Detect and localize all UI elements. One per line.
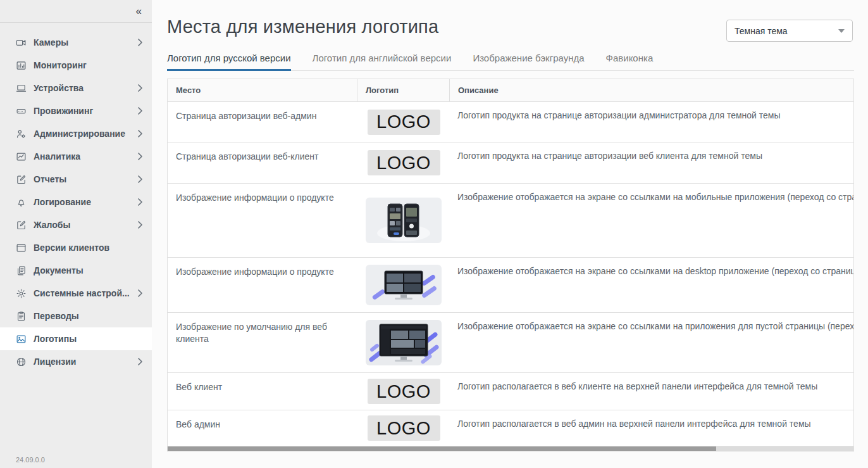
place-cell: Изображение информации о продукте xyxy=(168,184,357,257)
clipboard-icon xyxy=(16,311,27,322)
place-cell: Веб клиент xyxy=(168,373,357,410)
logo-preview[interactable]: LOGO xyxy=(368,110,440,135)
app-version: 24.09.0.0 xyxy=(16,456,45,464)
table-row[interactable]: Страница авторизации веб-админ LOGO Лого… xyxy=(168,102,853,142)
description-cell: Логотип продукта на странице авторизации… xyxy=(450,102,853,142)
sidebar-item-devices[interactable]: Устройства xyxy=(0,77,152,99)
horizontal-scrollbar[interactable] xyxy=(168,446,853,451)
gear-icon xyxy=(16,288,27,299)
chevron-right-icon xyxy=(137,152,143,161)
camera-icon xyxy=(16,37,27,48)
tab-russian-logo[interactable]: Логотип для русской версии xyxy=(167,53,291,71)
sidebar-item-complaints[interactable]: Жалобы xyxy=(0,213,152,236)
description-cell: Логотип продукта на странице авторизации… xyxy=(450,142,853,183)
globe-icon xyxy=(16,357,27,367)
sidebar-item-label: Администрирование xyxy=(34,129,137,139)
sidebar-item-label: Документы xyxy=(34,265,143,275)
main-content: Места для изменения логотипа Темная тема… xyxy=(152,0,868,468)
app-window: « Камеры Мониторинг Устройства Провижини… xyxy=(0,0,868,468)
sidebar-item-system-settings[interactable]: Системные настрой... xyxy=(0,282,152,305)
documents-icon xyxy=(16,265,27,276)
sidebar-item-label: Жалобы xyxy=(34,220,137,230)
sidebar-item-label: Логотипы xyxy=(34,334,143,344)
tab-background-image[interactable]: Изображение бэкграунда xyxy=(473,53,584,71)
reports-icon xyxy=(16,174,27,185)
description-cell: Логотип располагается в веб админ на вер… xyxy=(450,410,853,446)
sidebar-item-label: Лицензии xyxy=(34,357,137,367)
mobile-apps-preview-image[interactable] xyxy=(366,198,442,243)
sidebar-item-label: Аналитика xyxy=(34,151,137,161)
sidebar-item-label: Провижининг xyxy=(34,106,137,116)
page-title: Места для изменения логотипа xyxy=(167,16,438,37)
client-versions-icon xyxy=(16,243,27,253)
sidebar-item-label: Логирование xyxy=(34,197,137,207)
table-row[interactable]: Веб клиент LOGO Логотип располагается в … xyxy=(168,373,853,410)
provisioning-icon xyxy=(16,106,27,117)
analytics-icon xyxy=(16,151,27,162)
table-row[interactable]: Изображение информации о продукте xyxy=(168,258,853,313)
description-cell: Изображение отображается на экране со сс… xyxy=(450,313,853,372)
sidebar-item-licenses[interactable]: Лицензии xyxy=(0,350,152,373)
tabs-bar: Логотип для русской версии Логотип для а… xyxy=(167,53,854,71)
sidebar-item-label: Мониторинг xyxy=(34,60,143,70)
web-client-preview-image[interactable] xyxy=(366,320,442,365)
sidebar-item-analytics[interactable]: Аналитика xyxy=(0,145,152,168)
administration-icon xyxy=(16,129,27,139)
chevron-right-icon xyxy=(137,106,143,115)
sidebar-item-translations[interactable]: Переводы xyxy=(0,305,152,327)
sidebar-item-label: Версии клиентов xyxy=(34,243,143,253)
sidebar-item-logos[interactable]: Логотипы xyxy=(0,327,152,350)
place-cell: Страница авторизации веб-админ xyxy=(168,102,357,142)
tab-english-logo[interactable]: Логотип для английской версии xyxy=(313,53,452,71)
tab-favicon[interactable]: Фавиконка xyxy=(606,53,654,71)
sidebar-item-reports[interactable]: Отчеты xyxy=(0,168,152,191)
chevron-right-icon xyxy=(137,198,143,206)
logo-places-table: Место Логотип Описание Страница авториза… xyxy=(167,79,854,452)
sidebar-header: « xyxy=(0,0,152,23)
devices-icon xyxy=(16,83,27,94)
sidebar-item-label: Устройства xyxy=(34,83,137,93)
chevron-right-icon xyxy=(137,289,143,298)
image-icon xyxy=(16,334,27,345)
collapse-sidebar-icon[interactable]: « xyxy=(136,6,142,16)
description-cell: Логотип располагается в веб клиенте на в… xyxy=(450,373,853,410)
chevron-right-icon xyxy=(137,220,143,229)
place-cell: Страница авторизации веб-клиент xyxy=(168,142,357,183)
sidebar-nav: Камеры Мониторинг Устройства Провижининг… xyxy=(0,23,152,373)
theme-select-value: Темная тема xyxy=(735,26,838,36)
sidebar-item-cameras[interactable]: Камеры xyxy=(0,31,152,54)
logo-preview[interactable]: LOGO xyxy=(368,150,440,175)
table-row[interactable]: Веб админ LOGO Логотип располагается в в… xyxy=(168,410,853,446)
sidebar-item-monitoring[interactable]: Мониторинг xyxy=(0,54,152,77)
table-row[interactable]: Изображение информации о продукте xyxy=(168,184,853,258)
logo-preview[interactable]: LOGO xyxy=(368,415,440,441)
chevron-right-icon xyxy=(137,38,143,47)
chevron-right-icon xyxy=(137,129,143,138)
horizontal-scrollbar-thumb[interactable] xyxy=(168,446,716,451)
sidebar-item-administration[interactable]: Администрирование xyxy=(0,122,152,145)
chevron-right-icon xyxy=(137,84,143,92)
place-cell: Изображение информации о продукте xyxy=(168,258,357,312)
column-header-place: Место xyxy=(168,79,357,101)
complaints-icon xyxy=(16,220,27,231)
table-row[interactable]: Изображение по умолчанию для веб клиента xyxy=(168,313,853,373)
place-cell: Изображение по умолчанию для веб клиента xyxy=(168,313,357,372)
monitoring-icon xyxy=(16,60,27,71)
sidebar-item-client-versions[interactable]: Версии клиентов xyxy=(0,236,152,259)
sidebar-item-documents[interactable]: Документы xyxy=(0,259,152,282)
bell-icon xyxy=(16,197,27,208)
sidebar-item-logging[interactable]: Логирование xyxy=(0,191,152,213)
logo-preview[interactable]: LOGO xyxy=(368,379,440,404)
caret-down-icon xyxy=(838,29,845,33)
column-header-description: Описание xyxy=(450,79,853,101)
sidebar-item-label: Системные настрой... xyxy=(34,288,137,298)
description-cell: Изображение отображается на экране со сс… xyxy=(450,184,853,257)
chevron-right-icon xyxy=(137,175,143,184)
place-cell: Веб админ xyxy=(168,410,357,446)
sidebar-item-label: Отчеты xyxy=(34,174,137,184)
sidebar-item-provisioning[interactable]: Провижининг xyxy=(0,99,152,122)
theme-select[interactable]: Темная тема xyxy=(726,20,853,42)
table-row[interactable]: Страница авторизации веб-клиент LOGO Лог… xyxy=(168,142,853,184)
sidebar-item-label: Камеры xyxy=(34,37,137,47)
desktop-app-preview-image[interactable] xyxy=(366,265,442,305)
